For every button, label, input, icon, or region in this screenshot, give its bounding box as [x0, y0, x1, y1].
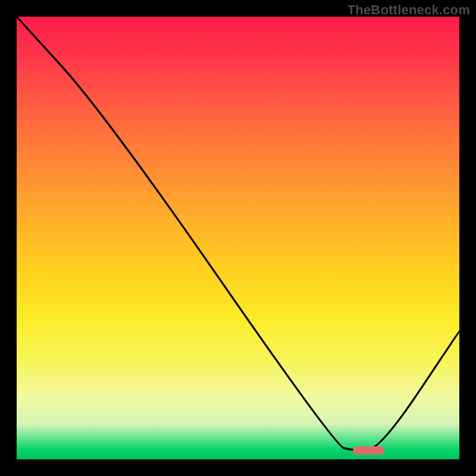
watermark-text: TheBottleneck.com — [347, 2, 470, 18]
chart-frame: TheBottleneck.com — [0, 0, 476, 476]
curve-path — [17, 17, 459, 450]
bottleneck-curve — [17, 17, 459, 459]
optimum-marker — [353, 446, 384, 455]
plot-area — [17, 17, 459, 459]
